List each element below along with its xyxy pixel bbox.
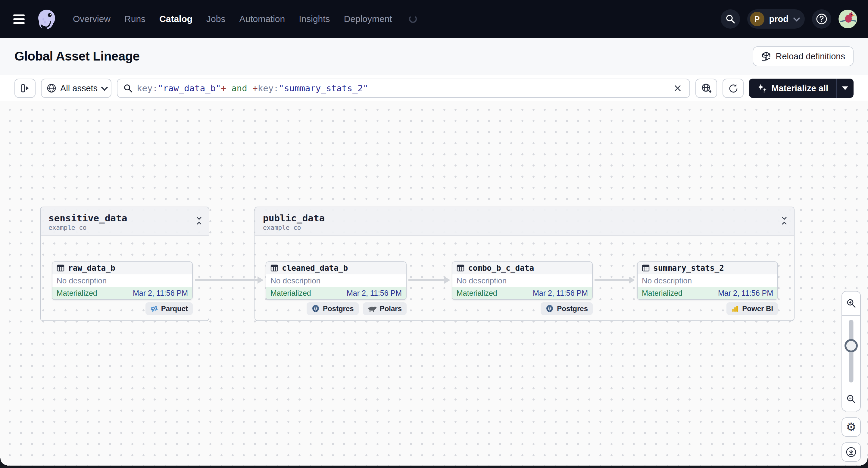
lineage-edge	[594, 279, 629, 281]
asset-node-combo-b-c-data[interactable]: combo_b_c_data No description Materializ…	[452, 261, 593, 300]
nav-item-insights[interactable]: Insights	[299, 14, 330, 24]
sparkles-icon	[757, 83, 767, 93]
asset-node-summary-stats-2[interactable]: summary_stats_2 No description Materiali…	[637, 261, 778, 300]
materialize-all-button[interactable]: Materialize all	[749, 79, 836, 98]
zoom-in-button[interactable]	[842, 291, 860, 315]
asset-description: No description	[638, 274, 777, 287]
tag-postgres[interactable]: Postgres	[540, 302, 593, 315]
tag-label: Postgres	[557, 305, 588, 313]
nav-item-overview[interactable]: Overview	[73, 14, 111, 24]
asset-description: No description	[53, 274, 192, 287]
asset-name: combo_b_c_data	[468, 263, 534, 273]
nav-item-runs[interactable]: Runs	[124, 14, 146, 24]
close-icon	[674, 84, 682, 92]
collapse-group-button[interactable]	[781, 217, 788, 225]
group-name: public_data	[263, 213, 786, 223]
search-icon	[725, 14, 735, 24]
tag-label: Power BI	[742, 305, 773, 313]
asset-node-cleaned-data-b[interactable]: cleaned_data_b No description Materializ…	[266, 261, 407, 300]
tag-label: Parquet	[161, 305, 188, 313]
nav-links: Overview Runs Catalog Jobs Automation In…	[73, 14, 417, 24]
group-header[interactable]: public_data example_co	[255, 207, 794, 236]
parquet-icon	[150, 305, 158, 313]
refresh-graph-button[interactable]	[722, 79, 744, 98]
zoom-out-button[interactable]	[842, 387, 860, 411]
help-button[interactable]	[812, 9, 831, 29]
asset-tags: Postgres Polars	[266, 302, 407, 315]
nav-item-automation[interactable]: Automation	[239, 14, 285, 24]
materialize-options-button[interactable]	[837, 79, 854, 98]
panel-toggle-icon	[20, 83, 30, 93]
user-avatar[interactable]	[838, 10, 857, 28]
query-token-field: key:	[258, 83, 279, 93]
reload-definitions-label: Reload definitions	[776, 52, 845, 61]
refresh-icon	[728, 83, 738, 93]
asset-scope-label: All assets	[60, 84, 98, 93]
group-code-location: example_co	[263, 224, 786, 231]
window-bottom-edge	[0, 466, 868, 468]
search-button[interactable]	[721, 9, 740, 29]
window-corner	[0, 458, 7, 466]
open-left-panel-button[interactable]	[14, 79, 35, 98]
zoom-slider-thumb[interactable]	[844, 339, 858, 352]
asset-description: No description	[266, 274, 406, 287]
environment-switcher[interactable]: P prod	[747, 9, 805, 29]
asset-name: cleaned_data_b	[282, 263, 348, 273]
page-header: Global Asset Lineage Reload definitions	[0, 38, 868, 75]
asset-selection-input[interactable]: key:"raw_data_b"+ and +key:"summary_stat…	[117, 79, 690, 98]
globe-icon	[46, 83, 57, 93]
nav-item-jobs[interactable]: Jobs	[206, 14, 225, 24]
table-icon	[57, 264, 64, 272]
top-nav: Overview Runs Catalog Jobs Automation In…	[0, 0, 868, 38]
asset-node-raw-data-b[interactable]: raw_data_b No description Materialized M…	[52, 261, 193, 300]
query-token-value: "summary_stats_2"	[279, 83, 368, 93]
nav-item-catalog[interactable]: Catalog	[159, 14, 192, 24]
caret-down-icon	[842, 87, 848, 90]
asset-tags: Postgres	[452, 302, 593, 315]
collapse-icon	[781, 217, 788, 225]
collapse-icon	[195, 217, 203, 225]
search-query[interactable]: key:"raw_data_b"+ and +key:"summary_stat…	[137, 83, 668, 93]
group-name: sensitive_data	[49, 213, 201, 223]
asset-scope-dropdown[interactable]: All assets	[41, 79, 112, 98]
environment-avatar: P	[750, 12, 765, 26]
powerbi-icon	[731, 305, 739, 313]
menu-icon[interactable]	[13, 12, 27, 26]
download-graph-button[interactable]	[841, 442, 861, 462]
materialize-all-split-button: Materialize all	[749, 79, 854, 98]
group-header[interactable]: sensitive_data example_co	[41, 207, 209, 236]
tag-parquet[interactable]: Parquet	[146, 302, 193, 315]
download-icon	[845, 446, 857, 458]
lineage-edge	[195, 279, 258, 281]
graph-settings-button[interactable]: ⚙	[841, 417, 861, 437]
table-icon	[642, 264, 650, 272]
tag-label: Polars	[380, 305, 402, 313]
zoom-out-icon	[846, 394, 856, 404]
environment-label: prod	[769, 14, 788, 24]
materialization-timestamp[interactable]: Mar 2, 11:56 PM	[347, 289, 402, 298]
page-title: Global Asset Lineage	[14, 49, 140, 64]
chevron-down-icon	[101, 84, 108, 91]
zoom-in-icon	[846, 299, 856, 308]
tag-polars[interactable]: Polars	[363, 302, 407, 315]
query-token-op: +	[252, 83, 257, 93]
question-icon	[815, 13, 828, 25]
lineage-canvas[interactable]: sensitive_data example_co public_data ex…	[0, 101, 868, 468]
chevron-down-icon	[793, 15, 800, 22]
dagster-logo-icon[interactable]	[35, 7, 58, 31]
materialization-timestamp[interactable]: Mar 2, 11:56 PM	[133, 289, 188, 298]
table-icon	[271, 264, 278, 272]
query-token-op: +	[221, 83, 226, 93]
tag-postgres[interactable]: Postgres	[307, 302, 359, 315]
view-full-graph-button[interactable]	[695, 79, 717, 98]
collapse-group-button[interactable]	[195, 217, 203, 225]
nav-item-deployment[interactable]: Deployment	[344, 14, 392, 24]
reload-cube-icon	[761, 51, 771, 61]
tag-power-bi[interactable]: Power BI	[726, 302, 778, 315]
reload-definitions-button[interactable]: Reload definitions	[753, 46, 854, 66]
zoom-slider[interactable]	[842, 315, 860, 387]
clear-search-button[interactable]	[672, 83, 683, 94]
top-nav-right: P prod	[721, 9, 857, 29]
materialization-timestamp[interactable]: Mar 2, 11:56 PM	[718, 289, 773, 298]
materialization-timestamp[interactable]: Mar 2, 11:56 PM	[533, 289, 588, 298]
